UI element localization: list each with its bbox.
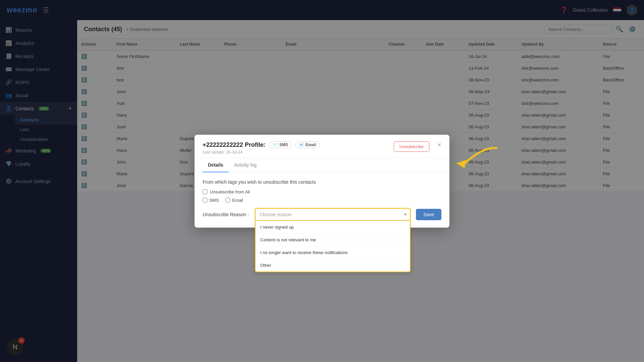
modal-actions: Unsubscribe <box>394 141 429 152</box>
sms-checkbox[interactable] <box>203 198 207 202</box>
modal-body: From which tags you wish to unsubscribe … <box>195 173 449 228</box>
email-tag-badge: 📧 Email <box>295 141 320 148</box>
tab-details[interactable]: Details <box>203 158 229 172</box>
email-channel-label: Email <box>232 198 243 203</box>
modal-overlay[interactable]: +22222222222 Profile: ✉️ SMS 📧 Email Las… <box>0 0 644 362</box>
sms-icon: ✉️ <box>273 142 278 147</box>
reason-label: Unsubscribe Reason : <box>203 212 250 217</box>
reason-row: Unsubscribe Reason : Choose reason I nev… <box>203 208 441 221</box>
reason-dropdown-wrapper: Choose reason I never signed up Content … <box>255 208 411 221</box>
modal-tabs: Details Activity log <box>195 158 449 173</box>
unsub-all-row: Unsubscribe from All <box>203 189 441 194</box>
sms-tag-badge: ✉️ SMS <box>269 141 292 148</box>
sms-channel-label: SMS <box>209 198 219 203</box>
sms-badge-label: SMS <box>279 142 288 147</box>
modal-subtitle: Last update: 16-Jul-24 <box>203 150 320 155</box>
email-badge-label: Email <box>306 142 316 147</box>
profile-modal: +22222222222 Profile: ✉️ SMS 📧 Email Las… <box>195 135 449 228</box>
email-icon: 📧 <box>299 142 304 147</box>
reason-option-item-4[interactable]: Other <box>256 259 410 272</box>
unsub-prompt: From which tags you wish to unsubscribe … <box>203 179 441 185</box>
sms-channel-option: SMS <box>203 198 219 203</box>
email-channel-option: Email <box>225 198 243 203</box>
reason-option-item-2[interactable]: Content is not relevant to me <box>256 234 410 246</box>
reason-options-panel: I never signed up Content is not relevan… <box>255 221 411 272</box>
arrow-annotation <box>449 145 503 172</box>
unsubscribe-button[interactable]: Unsubscribe <box>394 141 429 152</box>
reason-select[interactable]: Choose reason I never signed up Content … <box>255 208 411 221</box>
email-checkbox[interactable] <box>225 198 230 202</box>
tab-activity-log[interactable]: Activity log <box>229 158 262 172</box>
save-button[interactable]: Save <box>416 209 441 220</box>
modal-close-button[interactable]: × <box>437 141 441 148</box>
unsub-all-label: Unsubscribe from All <box>210 189 250 194</box>
modal-title-area: +22222222222 Profile: ✉️ SMS 📧 Email Las… <box>203 141 320 155</box>
channel-selection-row: SMS Email <box>203 198 441 203</box>
svg-marker-0 <box>456 160 466 168</box>
reason-option-item-3[interactable]: I no longer want to receive these notifi… <box>256 246 410 259</box>
modal-title: +22222222222 Profile: ✉️ SMS 📧 Email <box>203 141 320 148</box>
unsub-all-checkbox[interactable] <box>203 189 207 194</box>
modal-title-text: +22222222222 Profile: <box>203 141 266 148</box>
reason-option-item-1[interactable]: I never signed up <box>256 221 410 234</box>
